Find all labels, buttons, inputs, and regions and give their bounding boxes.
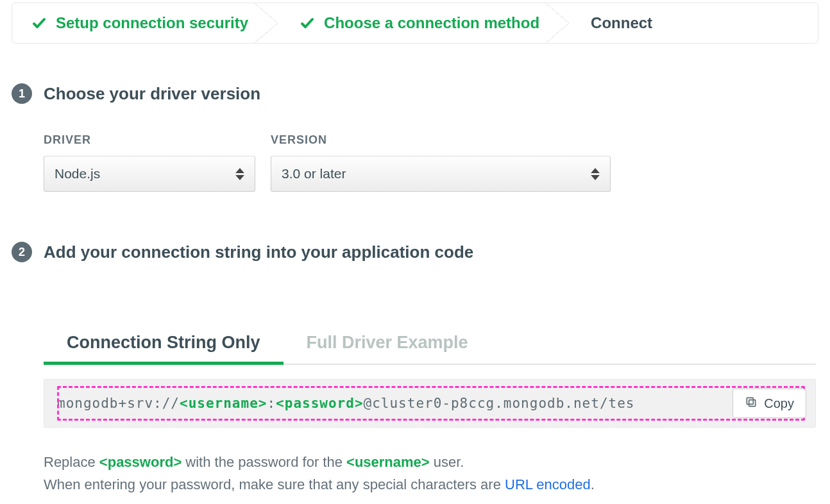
driver-label: DRIVER bbox=[44, 133, 255, 147]
step-method[interactable]: Choose a connection method bbox=[266, 3, 557, 43]
version-value: 3.0 or later bbox=[282, 166, 346, 181]
svg-marker-1 bbox=[235, 175, 244, 180]
connection-string-block: mongodb+srv://<username>:<password>@clus… bbox=[44, 379, 816, 428]
svg-marker-0 bbox=[235, 168, 244, 173]
section-title: Choose your driver version bbox=[44, 84, 260, 104]
step-connect[interactable]: Connect bbox=[557, 3, 670, 43]
svg-marker-2 bbox=[591, 168, 600, 173]
step-label: Setup connection security bbox=[56, 14, 248, 32]
step-number-badge: 1 bbox=[12, 83, 32, 104]
username-placeholder: <username> bbox=[180, 396, 267, 411]
step-label: Choose a connection method bbox=[324, 14, 539, 32]
password-token: <password> bbox=[99, 454, 182, 470]
driver-select[interactable]: Node.js bbox=[44, 156, 255, 192]
copy-label: Copy bbox=[764, 396, 794, 411]
svg-rect-5 bbox=[747, 398, 754, 404]
step-security[interactable]: Setup connection security bbox=[12, 3, 266, 43]
chevron-sort-icon bbox=[235, 168, 244, 180]
version-select[interactable]: 3.0 or later bbox=[271, 156, 611, 192]
tabs: Connection String Only Full Driver Examp… bbox=[44, 324, 816, 365]
section-title: Add your connection string into your app… bbox=[44, 242, 473, 262]
url-encoded-link[interactable]: URL encoded bbox=[505, 476, 591, 492]
copy-icon bbox=[745, 396, 758, 412]
chevron-sort-icon bbox=[591, 168, 600, 180]
svg-marker-3 bbox=[591, 175, 600, 180]
tab-full-driver-example[interactable]: Full Driver Example bbox=[284, 325, 491, 365]
password-placeholder: <password> bbox=[276, 396, 363, 411]
step-label: Connect bbox=[591, 14, 652, 32]
svg-rect-4 bbox=[749, 399, 756, 406]
help-text: Replace <password> with the password for… bbox=[44, 451, 816, 496]
step-number-badge: 2 bbox=[12, 242, 32, 262]
check-icon bbox=[31, 15, 47, 31]
username-token: <username> bbox=[346, 454, 430, 470]
version-label: VERSION bbox=[271, 133, 611, 147]
driver-value: Node.js bbox=[55, 166, 100, 181]
check-icon bbox=[300, 15, 315, 31]
tab-connection-string-only[interactable]: Connection String Only bbox=[44, 325, 284, 365]
stepper: Setup connection security Choose a conne… bbox=[12, 3, 818, 44]
copy-button[interactable]: Copy bbox=[733, 389, 806, 418]
connection-string[interactable]: mongodb+srv://<username>:<password>@clus… bbox=[53, 396, 721, 411]
section-driver-version: 1 Choose your driver version bbox=[12, 83, 818, 104]
section-connection-string: 2 Add your connection string into your a… bbox=[12, 242, 818, 262]
